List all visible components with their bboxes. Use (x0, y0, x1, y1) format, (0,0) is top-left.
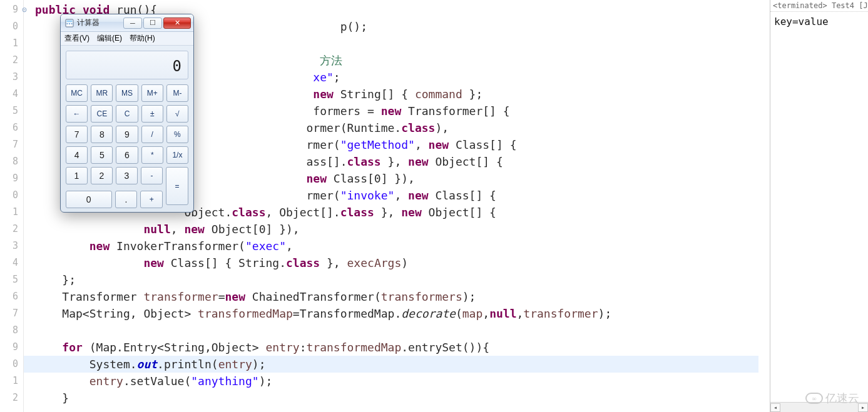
close-button[interactable]: ✕ (163, 18, 191, 29)
calc-key-Mx[interactable]: M+ (141, 84, 163, 102)
console-output: key=value (770, 12, 868, 31)
calc-key-8[interactable]: 8 (91, 126, 113, 143)
calc-key-3[interactable]: 3 (116, 167, 138, 184)
calc-key-1[interactable]: 1 (66, 167, 88, 184)
calc-key-2[interactable]: 2 (91, 167, 113, 184)
line-number: 5 (0, 271, 18, 288)
calc-key-MS[interactable]: MS (116, 84, 138, 102)
line-number: 9 (0, 1, 18, 18)
calc-key-9[interactable]: 9 (116, 126, 138, 143)
calc-key-CE[interactable]: CE (91, 105, 113, 123)
line-number: 1 (0, 204, 18, 221)
line-number: 1 (0, 373, 18, 389)
line-number: 6 (0, 119, 18, 136)
code-line: }; (35, 271, 770, 288)
menu-view[interactable]: 查看(V) (64, 33, 89, 44)
line-number: 8 (0, 153, 18, 170)
svg-rect-4 (71, 23, 73, 24)
line-number: 3 (0, 238, 18, 254)
console-status: <terminated> Test4 [Java A (770, 0, 868, 12)
scroll-right-icon[interactable]: ▸ (858, 403, 868, 412)
calc-key-0[interactable]: 0 (66, 191, 112, 208)
calc-key-MC[interactable]: MC (66, 84, 88, 102)
calc-key-1xx[interactable]: 1/x (166, 146, 188, 164)
code-line: } (35, 389, 770, 406)
code-line: for (Map.Entry<String,Object> entry:tran… (35, 339, 770, 356)
scroll-left-icon[interactable]: ◂ (770, 403, 780, 412)
calc-key-x[interactable]: ← (66, 105, 88, 123)
calc-key-Mx[interactable]: M- (166, 84, 188, 102)
line-number: 0 (0, 356, 18, 373)
calc-key-6[interactable]: 6 (116, 146, 138, 164)
calc-key-x[interactable]: √ (166, 105, 188, 123)
calc-key-x[interactable]: * (141, 146, 163, 164)
calculator-title: 计算器 (77, 18, 100, 28)
calculator-display: 0 (66, 51, 188, 79)
code-line: new InvokerTransformer("exec", (35, 238, 770, 254)
code-line (35, 322, 770, 339)
line-number: 2 (0, 221, 18, 238)
calc-key-MR[interactable]: MR (91, 84, 113, 102)
watermark-text: 亿速云 (825, 391, 859, 406)
code-line: entry.setValue("anything"); (35, 373, 770, 389)
code-line: Map<String, Object> transformedMap=Trans… (35, 305, 770, 322)
svg-rect-3 (69, 23, 70, 24)
calculator-window: 计算器 ─ ☐ ✕ 查看(V) 编辑(E) 帮助(H) 0 MCMRMSM+M-… (60, 14, 194, 213)
code-line: new Class[] { String.class }, execArgs) (35, 254, 770, 271)
minimize-button[interactable]: ─ (123, 18, 142, 29)
line-gutter: 901234567890123456789012 (0, 0, 24, 412)
svg-rect-1 (67, 20, 73, 22)
calc-key-x[interactable]: - (141, 167, 163, 184)
calculator-keypad: MCMRMSM+M-←CEC±√789/%456*1/x123-0.+= (61, 84, 193, 213)
line-number: 8 (0, 322, 18, 339)
calc-key-C[interactable]: C (116, 105, 138, 123)
calc-key-x[interactable]: / (141, 126, 163, 143)
calculator-icon (64, 18, 74, 28)
watermark: ∞ 亿速云 (805, 391, 859, 406)
calc-key-x[interactable]: . (115, 191, 138, 208)
line-number: 0 (0, 18, 18, 35)
calculator-menubar: 查看(V) 编辑(E) 帮助(H) (61, 32, 193, 46)
line-number: 4 (0, 254, 18, 271)
line-number: 9 (0, 339, 18, 356)
calc-key-x[interactable]: ± (141, 105, 163, 123)
line-number: 9 (0, 170, 18, 187)
line-number: 5 (0, 103, 18, 119)
line-number: 7 (0, 136, 18, 153)
line-number: 3 (0, 69, 18, 86)
calc-key-4[interactable]: 4 (66, 146, 88, 164)
menu-edit[interactable]: 编辑(E) (97, 33, 122, 44)
svg-rect-2 (67, 23, 68, 24)
line-number: 7 (0, 305, 18, 322)
code-line: System.out.println(entry); (24, 356, 758, 373)
console-panel: <terminated> Test4 [Java A key=value ◂ ▸ (770, 0, 868, 412)
calc-key-equals[interactable]: = (166, 167, 188, 205)
code-line: Transformer transformer=new ChainedTrans… (35, 288, 770, 305)
line-number: 0 (0, 187, 18, 204)
calc-key-5[interactable]: 5 (91, 146, 113, 164)
line-number: 2 (0, 52, 18, 69)
calc-key-x[interactable]: % (166, 126, 188, 143)
maximize-button[interactable]: ☐ (143, 18, 162, 29)
line-number: 4 (0, 86, 18, 103)
line-number: 6 (0, 288, 18, 305)
calc-key-7[interactable]: 7 (66, 126, 88, 143)
calc-key-x[interactable]: + (140, 191, 163, 208)
calculator-titlebar[interactable]: 计算器 ─ ☐ ✕ (61, 14, 193, 32)
code-line: null, new Object[0] }), (35, 221, 770, 238)
line-number: 1 (0, 35, 18, 52)
line-number: 2 (0, 389, 18, 406)
menu-help[interactable]: 帮助(H) (130, 33, 155, 44)
watermark-icon: ∞ (805, 393, 823, 404)
